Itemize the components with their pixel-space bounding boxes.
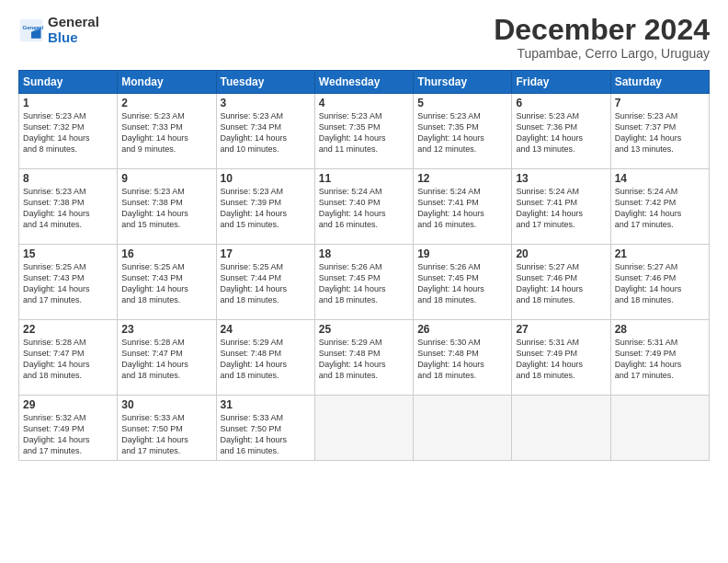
day-info: Sunrise: 5:26 AM Sunset: 7:45 PM Dayligh… <box>319 261 409 306</box>
day-number: 29 <box>23 398 113 411</box>
calendar-week-row: 29Sunrise: 5:32 AM Sunset: 7:49 PM Dayli… <box>19 396 710 461</box>
table-row <box>512 396 610 461</box>
day-info: Sunrise: 5:31 AM Sunset: 7:49 PM Dayligh… <box>615 337 705 382</box>
calendar-week-row: 15Sunrise: 5:25 AM Sunset: 7:43 PM Dayli… <box>19 245 710 320</box>
day-info: Sunrise: 5:25 AM Sunset: 7:44 PM Dayligh… <box>221 261 311 306</box>
col-tuesday: Tuesday <box>216 71 314 94</box>
day-number: 28 <box>615 323 705 336</box>
day-number: 22 <box>23 323 113 336</box>
table-row: 25Sunrise: 5:29 AM Sunset: 7:48 PM Dayli… <box>314 320 413 396</box>
day-number: 10 <box>221 172 311 185</box>
table-row: 26Sunrise: 5:30 AM Sunset: 7:48 PM Dayli… <box>414 320 512 396</box>
day-number: 20 <box>516 247 606 260</box>
day-number: 21 <box>615 247 705 260</box>
day-number: 12 <box>417 172 507 185</box>
day-number: 9 <box>121 172 211 185</box>
table-row: 2Sunrise: 5:23 AM Sunset: 7:33 PM Daylig… <box>118 94 216 169</box>
day-number: 15 <box>23 247 113 260</box>
day-number: 7 <box>615 97 705 109</box>
day-info: Sunrise: 5:25 AM Sunset: 7:43 PM Dayligh… <box>121 261 211 306</box>
day-info: Sunrise: 5:23 AM Sunset: 7:32 PM Dayligh… <box>23 110 113 155</box>
day-number: 27 <box>516 323 606 336</box>
day-number: 30 <box>121 398 211 411</box>
table-row: 9Sunrise: 5:23 AM Sunset: 7:38 PM Daylig… <box>118 169 216 245</box>
table-row: 21Sunrise: 5:27 AM Sunset: 7:46 PM Dayli… <box>610 245 709 320</box>
table-row: 29Sunrise: 5:32 AM Sunset: 7:49 PM Dayli… <box>19 396 118 461</box>
day-info: Sunrise: 5:27 AM Sunset: 7:46 PM Dayligh… <box>516 261 606 306</box>
day-info: Sunrise: 5:24 AM Sunset: 7:41 PM Dayligh… <box>516 186 606 231</box>
day-info: Sunrise: 5:29 AM Sunset: 7:48 PM Dayligh… <box>221 337 311 382</box>
col-sunday: Sunday <box>19 71 118 94</box>
table-row <box>610 396 709 461</box>
day-number: 13 <box>516 172 606 185</box>
day-info: Sunrise: 5:30 AM Sunset: 7:48 PM Dayligh… <box>417 337 507 382</box>
table-row <box>414 396 512 461</box>
day-info: Sunrise: 5:23 AM Sunset: 7:34 PM Dayligh… <box>221 110 311 155</box>
day-number: 17 <box>221 247 311 260</box>
day-info: Sunrise: 5:23 AM Sunset: 7:35 PM Dayligh… <box>319 110 409 155</box>
table-row: 14Sunrise: 5:24 AM Sunset: 7:42 PM Dayli… <box>610 169 709 245</box>
day-info: Sunrise: 5:24 AM Sunset: 7:40 PM Dayligh… <box>319 186 409 231</box>
calendar-header-row: Sunday Monday Tuesday Wednesday Thursday… <box>19 71 710 94</box>
col-wednesday: Wednesday <box>314 71 413 94</box>
col-friday: Friday <box>512 71 610 94</box>
day-number: 4 <box>319 97 409 109</box>
day-info: Sunrise: 5:23 AM Sunset: 7:33 PM Dayligh… <box>121 110 211 155</box>
calendar-week-row: 8Sunrise: 5:23 AM Sunset: 7:38 PM Daylig… <box>19 169 710 245</box>
day-info: Sunrise: 5:26 AM Sunset: 7:45 PM Dayligh… <box>417 261 507 306</box>
table-row: 16Sunrise: 5:25 AM Sunset: 7:43 PM Dayli… <box>118 245 216 320</box>
day-info: Sunrise: 5:23 AM Sunset: 7:36 PM Dayligh… <box>516 110 606 155</box>
header-area: General General Blue December 2024 Tupam… <box>18 15 710 61</box>
logo: General General Blue <box>18 15 99 45</box>
table-row: 1Sunrise: 5:23 AM Sunset: 7:32 PM Daylig… <box>19 94 118 169</box>
table-row: 20Sunrise: 5:27 AM Sunset: 7:46 PM Dayli… <box>512 245 610 320</box>
table-row: 17Sunrise: 5:25 AM Sunset: 7:44 PM Dayli… <box>216 245 314 320</box>
table-row: 18Sunrise: 5:26 AM Sunset: 7:45 PM Dayli… <box>314 245 413 320</box>
day-info: Sunrise: 5:32 AM Sunset: 7:49 PM Dayligh… <box>23 412 113 457</box>
month-title: December 2024 <box>494 15 710 44</box>
day-info: Sunrise: 5:28 AM Sunset: 7:47 PM Dayligh… <box>121 337 211 382</box>
table-row: 12Sunrise: 5:24 AM Sunset: 7:41 PM Dayli… <box>414 169 512 245</box>
day-info: Sunrise: 5:23 AM Sunset: 7:39 PM Dayligh… <box>221 186 311 231</box>
day-info: Sunrise: 5:33 AM Sunset: 7:50 PM Dayligh… <box>221 412 311 457</box>
day-number: 2 <box>121 97 211 109</box>
day-info: Sunrise: 5:23 AM Sunset: 7:38 PM Dayligh… <box>23 186 113 231</box>
day-number: 23 <box>121 323 211 336</box>
table-row: 15Sunrise: 5:25 AM Sunset: 7:43 PM Dayli… <box>19 245 118 320</box>
calendar-week-row: 22Sunrise: 5:28 AM Sunset: 7:47 PM Dayli… <box>19 320 710 396</box>
day-number: 5 <box>417 97 507 109</box>
day-info: Sunrise: 5:31 AM Sunset: 7:49 PM Dayligh… <box>516 337 606 382</box>
day-info: Sunrise: 5:25 AM Sunset: 7:43 PM Dayligh… <box>23 261 113 306</box>
table-row: 24Sunrise: 5:29 AM Sunset: 7:48 PM Dayli… <box>216 320 314 396</box>
table-row: 27Sunrise: 5:31 AM Sunset: 7:49 PM Dayli… <box>512 320 610 396</box>
day-info: Sunrise: 5:28 AM Sunset: 7:47 PM Dayligh… <box>23 337 113 382</box>
logo-text: General Blue <box>48 15 99 45</box>
day-info: Sunrise: 5:23 AM Sunset: 7:35 PM Dayligh… <box>417 110 507 155</box>
col-monday: Monday <box>118 71 216 94</box>
day-number: 6 <box>516 97 606 109</box>
title-area: December 2024 Tupambae, Cerro Largo, Uru… <box>494 15 710 61</box>
table-row: 31Sunrise: 5:33 AM Sunset: 7:50 PM Dayli… <box>216 396 314 461</box>
col-saturday: Saturday <box>610 71 709 94</box>
day-number: 14 <box>615 172 705 185</box>
day-number: 31 <box>221 398 311 411</box>
day-info: Sunrise: 5:27 AM Sunset: 7:46 PM Dayligh… <box>615 261 705 306</box>
logo-icon: General <box>18 17 44 43</box>
table-row <box>314 396 413 461</box>
day-info: Sunrise: 5:24 AM Sunset: 7:42 PM Dayligh… <box>615 186 705 231</box>
day-number: 11 <box>319 172 409 185</box>
table-row: 4Sunrise: 5:23 AM Sunset: 7:35 PM Daylig… <box>314 94 413 169</box>
day-number: 1 <box>23 97 113 109</box>
day-info: Sunrise: 5:24 AM Sunset: 7:41 PM Dayligh… <box>417 186 507 231</box>
table-row: 22Sunrise: 5:28 AM Sunset: 7:47 PM Dayli… <box>19 320 118 396</box>
table-row: 28Sunrise: 5:31 AM Sunset: 7:49 PM Dayli… <box>610 320 709 396</box>
day-number: 26 <box>417 323 507 336</box>
table-row: 6Sunrise: 5:23 AM Sunset: 7:36 PM Daylig… <box>512 94 610 169</box>
table-row: 7Sunrise: 5:23 AM Sunset: 7:37 PM Daylig… <box>610 94 709 169</box>
day-number: 25 <box>319 323 409 336</box>
location-subtitle: Tupambae, Cerro Largo, Uruguay <box>494 46 710 61</box>
day-number: 19 <box>417 247 507 260</box>
table-row: 13Sunrise: 5:24 AM Sunset: 7:41 PM Dayli… <box>512 169 610 245</box>
calendar-week-row: 1Sunrise: 5:23 AM Sunset: 7:32 PM Daylig… <box>19 94 710 169</box>
day-info: Sunrise: 5:23 AM Sunset: 7:38 PM Dayligh… <box>121 186 211 231</box>
